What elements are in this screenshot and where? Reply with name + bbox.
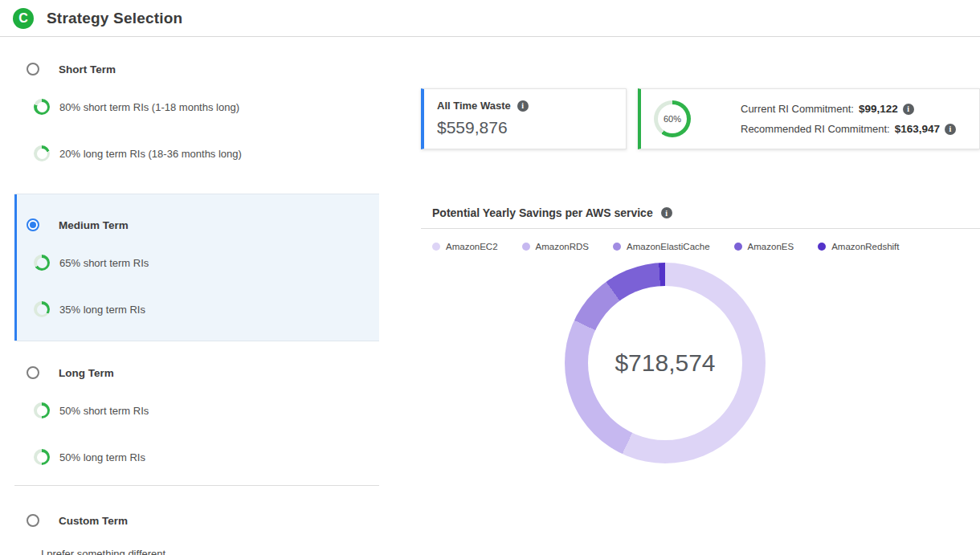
info-icon[interactable]: i <box>903 104 914 115</box>
commitment-progress-ring: 60% <box>654 100 691 137</box>
progress-ring-icon <box>34 255 50 271</box>
legend-label: AmazonRedshift <box>831 242 899 251</box>
option-medium-term-header[interactable]: Medium Term <box>14 215 379 235</box>
legend-item[interactable]: AmazonES <box>734 242 794 251</box>
legend-dot-icon <box>432 243 440 251</box>
allocation-label: 80% short term RIs (1-18 months long) <box>59 101 239 113</box>
radio-long-term[interactable] <box>27 366 39 379</box>
legend-dot-icon <box>613 243 621 251</box>
recommended-commitment-value: $163,947 <box>895 123 940 135</box>
info-icon[interactable]: i <box>661 207 672 218</box>
legend-item[interactable]: AmazonRDS <box>522 242 589 251</box>
allocation-label: 65% short term RIs <box>59 257 149 269</box>
current-commitment-row: Current RI Commitment: $99,122 i <box>741 103 956 115</box>
current-commitment-value: $99,122 <box>859 103 898 115</box>
page-title: Strategy Selection <box>47 10 182 27</box>
legend-label: AmazonES <box>748 242 794 251</box>
option-label: Medium Term <box>59 219 129 231</box>
commitment-ring-label: 60% <box>658 104 687 133</box>
strategy-options-panel: Short Term 80% short term RIs (1-18 mont… <box>14 37 379 555</box>
info-icon[interactable]: i <box>945 124 956 135</box>
legend-label: AmazonElastiCache <box>627 242 710 251</box>
legend-dot-icon <box>522 243 530 251</box>
legend-label: AmazonRDS <box>536 242 589 251</box>
allocation-item: 35% long term RIs <box>14 300 379 318</box>
allocation-item: 80% short term RIs (1-18 months long) <box>14 98 379 116</box>
option-long-term[interactable]: Long Term 50% short term RIs 50% long te… <box>14 341 379 486</box>
allocation-item: 50% short term RIs <box>14 402 379 419</box>
savings-donut: $718,574 <box>565 263 766 463</box>
chart-header: Potential Yearly Savings per AWS service… <box>432 206 672 219</box>
option-label: Short Term <box>59 63 116 75</box>
current-commitment-label: Current RI Commitment: <box>741 103 854 115</box>
option-short-term-header[interactable]: Short Term <box>14 59 379 79</box>
recommended-commitment-label: Recommended RI Commitment: <box>741 123 890 135</box>
savings-total: $718,574 <box>588 286 742 440</box>
legend-dot-icon <box>818 243 826 251</box>
option-custom-term-header[interactable]: Custom Term <box>14 511 379 530</box>
legend-dot-icon <box>734 243 742 251</box>
radio-custom-term[interactable] <box>27 514 39 527</box>
progress-ring-icon <box>34 99 50 115</box>
option-label: Long Term <box>59 367 114 379</box>
all-time-waste-card: All Time Waste i $559,876 <box>421 88 627 149</box>
app-logo-icon: C <box>13 8 34 29</box>
radio-medium-term[interactable] <box>27 218 39 231</box>
allocation-item: 20% long term RIs (18-36 months long) <box>14 145 379 162</box>
legend-label: AmazonEC2 <box>446 242 498 251</box>
progress-ring-icon <box>34 402 50 418</box>
option-short-term[interactable]: Short Term 80% short term RIs (1-18 mont… <box>14 37 379 194</box>
allocation-item: 65% short term RIs <box>14 254 379 271</box>
legend-item[interactable]: AmazonRedshift <box>818 242 899 251</box>
chart-title: Potential Yearly Savings per AWS service <box>432 206 653 219</box>
option-medium-term[interactable]: Medium Term 65% short term RIs 35% long … <box>14 194 379 341</box>
header: C Strategy Selection <box>0 0 980 37</box>
ri-commitment-card: 60% Current RI Commitment: $99,122 i Rec… <box>638 88 980 149</box>
progress-ring-icon <box>34 301 50 317</box>
progress-ring-icon <box>34 449 50 465</box>
progress-ring-icon <box>34 145 50 161</box>
allocation-label: 50% long term RIs <box>59 451 145 463</box>
legend-item[interactable]: AmazonElastiCache <box>613 242 710 251</box>
option-long-term-header[interactable]: Long Term <box>14 363 379 382</box>
radio-short-term[interactable] <box>27 63 39 75</box>
chart-divider <box>421 228 980 229</box>
waste-card-value: $559,876 <box>437 118 613 137</box>
legend-item[interactable]: AmazonEC2 <box>432 242 498 251</box>
chart-legend: AmazonEC2AmazonRDSAmazonElastiCacheAmazo… <box>432 242 900 251</box>
recommended-commitment-row: Recommended RI Commitment: $163,947 i <box>741 123 956 135</box>
allocation-label: 50% short term RIs <box>59 405 149 417</box>
allocation-item: 50% long term RIs <box>14 448 379 466</box>
allocation-label: 20% long term RIs (18-36 months long) <box>59 148 242 160</box>
info-icon[interactable]: i <box>517 100 529 112</box>
option-label: Custom Term <box>59 515 128 527</box>
option-custom-term[interactable]: Custom Term I prefer something different <box>14 486 379 555</box>
waste-card-title: All Time Waste <box>437 100 511 112</box>
custom-term-description: I prefer something different <box>14 548 379 555</box>
allocation-label: 35% long term RIs <box>59 304 145 316</box>
